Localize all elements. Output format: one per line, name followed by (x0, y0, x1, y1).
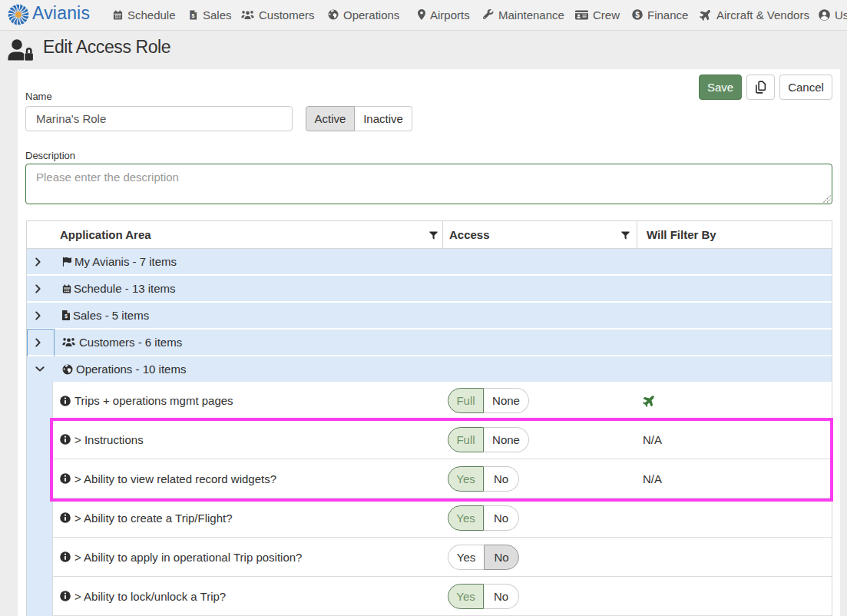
svg-text:$: $ (65, 313, 68, 320)
svg-text:$: $ (192, 12, 195, 18)
svg-text:$: $ (635, 11, 640, 19)
